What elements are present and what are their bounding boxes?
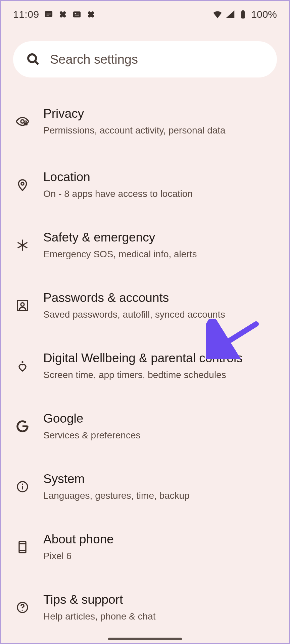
help-icon [14,599,31,615]
signal-icon [226,10,235,19]
phone-device-icon [14,539,31,555]
item-title: System [43,472,276,486]
privacy-icon [14,113,31,129]
svg-rect-1 [46,13,51,13]
svg-point-13 [21,120,24,123]
item-subtitle: Screen time, app timers, bedtime schedul… [43,369,276,381]
svg-point-26 [22,610,23,611]
item-subtitle: On - 8 apps have access to location [43,188,276,200]
message-icon [44,10,53,19]
settings-item-digital-wellbeing[interactable]: Digital Wellbeing & parental controls Sc… [10,336,280,396]
item-title: Privacy [43,106,276,121]
asterisk-icon [14,237,31,253]
svg-line-12 [35,61,38,64]
settings-item-tips-support[interactable]: Tips & support Help articles, phone & ch… [10,577,280,638]
news-icon [72,10,82,19]
status-right: 100% [213,9,277,20]
item-subtitle: Permissions, account activity, personal … [43,124,276,137]
status-clock: 11:09 [13,9,39,20]
battery-icon [238,10,248,19]
svg-rect-10 [242,10,244,11]
svg-point-21 [22,484,23,485]
google-icon [14,418,31,434]
svg-rect-3 [46,15,49,16]
search-placeholder: Search settings [50,52,138,67]
status-bar: 11:09 100% [1,1,289,28]
settings-item-location[interactable]: Location On - 8 apps have access to loca… [10,155,280,215]
settings-item-google[interactable]: Google Services & preferences [10,396,280,457]
pinwheel-icon [58,10,67,19]
settings-item-system[interactable]: System Languages, gestures, time, backup [10,457,280,517]
search-bar[interactable]: Search settings [13,41,277,77]
settings-list: Privacy Permissions, account activity, p… [1,94,289,638]
item-title: Passwords & accounts [43,290,276,305]
item-title: Digital Wellbeing & parental controls [43,351,276,366]
svg-rect-5 [75,13,77,14]
item-subtitle: Services & preferences [43,429,276,441]
account-box-icon [14,298,31,314]
settings-item-passwords[interactable]: Passwords & accounts Saved passwords, au… [10,275,280,336]
item-subtitle: Languages, gestures, time, backup [43,490,276,502]
home-indicator[interactable] [108,638,182,640]
item-title: Google [43,411,276,426]
item-title: Location [43,170,276,184]
svg-rect-14 [24,122,28,125]
item-subtitle: Help articles, phone & chat [43,610,276,623]
svg-rect-6 [77,13,79,13]
svg-point-11 [28,54,36,62]
wellbeing-icon [14,358,31,374]
search-icon [27,53,40,66]
location-icon [14,177,31,193]
info-icon [14,479,31,495]
settings-item-safety[interactable]: Safety & emergency Emergency SOS, medica… [10,215,280,275]
item-title: About phone [43,532,276,547]
wifi-icon [213,10,222,19]
svg-rect-9 [242,11,245,18]
settings-item-about-phone[interactable]: About phone Pixel 6 [10,517,280,577]
svg-point-15 [21,182,24,185]
item-subtitle: Saved passwords, autofill, synced accoun… [43,309,276,321]
svg-rect-7 [77,14,79,14]
svg-point-18 [21,361,23,363]
battery-percent: 100% [251,9,277,20]
svg-point-17 [21,303,24,306]
item-subtitle: Emergency SOS, medical info, alerts [43,248,276,260]
svg-rect-2 [46,14,51,15]
svg-rect-8 [75,15,79,16]
item-subtitle: Pixel 6 [43,550,276,562]
settings-item-privacy[interactable]: Privacy Permissions, account activity, p… [10,94,280,155]
status-left: 11:09 [13,9,96,20]
pinwheel-icon-2 [86,10,96,19]
search-container: Search settings [1,28,289,94]
item-title: Tips & support [43,592,276,607]
item-title: Safety & emergency [43,230,276,245]
